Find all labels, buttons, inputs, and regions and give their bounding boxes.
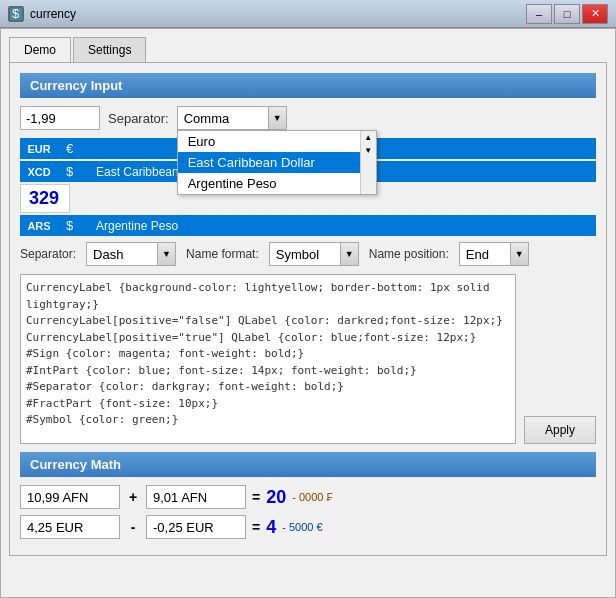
math-row1-operator: + [126,489,140,505]
name-format-combo[interactable]: Symbol ▼ [269,242,359,266]
separator-option-value: Dash [87,244,157,265]
name-position-label: Name position: [369,247,449,261]
math-row2-input1[interactable] [20,515,120,539]
separator-value: Comma [178,108,268,129]
xcd-symbol-cell: $ [58,161,88,182]
separator-option-label: Separator: [20,247,76,261]
name-format-value: Symbol [270,244,340,265]
dropdown-scrollbar[interactable]: ▲ ▼ [360,131,376,194]
tab-demo[interactable]: Demo [9,37,71,62]
currency-input-header: Currency Input [20,73,596,98]
eur-badge: EUR [20,138,58,159]
tab-settings[interactable]: Settings [73,37,146,62]
separator-label: Separator: [108,111,169,126]
ars-badge: ARS [20,215,58,236]
separator-combo-arrow[interactable]: ▼ [268,107,286,129]
math-row1-input1[interactable] [20,485,120,509]
currency-math-header: Currency Math [20,452,596,477]
app-icon: $ [8,6,24,22]
dropdown-item-ars[interactable]: Argentine Peso [178,173,376,194]
maximize-button[interactable]: □ [554,4,580,24]
dropdown-item-xcd[interactable]: East Caribbean Dollar [178,152,376,173]
separator-dropdown: Euro East Caribbean Dollar Argentine Pes… [177,130,377,195]
xcd-badge: XCD [20,161,58,182]
style-textarea[interactable] [20,274,516,444]
dropdown-item-euro[interactable]: Euro [178,131,376,152]
currency-value-input[interactable] [20,106,100,130]
svg-text:$: $ [12,8,20,20]
math-row2-result-small: - 5000 € [282,521,322,533]
ars-name: Argentine Peso [88,215,596,236]
name-position-combo[interactable]: End ▼ [459,242,529,266]
apply-button[interactable]: Apply [524,416,596,444]
close-button[interactable]: ✕ [582,4,608,24]
name-position-value: End [460,244,510,265]
math-row1-input2[interactable] [146,485,246,509]
ars-symbol-cell: $ [58,215,88,236]
name-format-label: Name format: [186,247,259,261]
math-row2-operator: - [126,519,140,535]
math-row1-result-small: - 0000 ₣ [292,491,332,503]
math-row2-result-large: 4 [266,517,276,538]
title-bar: $ currency – □ ✕ [0,0,616,28]
minimize-button[interactable]: – [526,4,552,24]
math-row1-equals: = [252,489,260,505]
separator-option-arrow[interactable]: ▼ [157,243,175,265]
math-row2-input2[interactable] [146,515,246,539]
large-value-display: 329 [20,184,70,213]
math-row2-equals: = [252,519,260,535]
separator-option-combo[interactable]: Dash ▼ [86,242,176,266]
window-title: currency [30,7,76,21]
separator-combo[interactable]: Comma ▼ [177,106,287,130]
math-row1-result-large: 20 [266,487,286,508]
name-format-arrow[interactable]: ▼ [340,243,358,265]
name-position-arrow[interactable]: ▼ [510,243,528,265]
